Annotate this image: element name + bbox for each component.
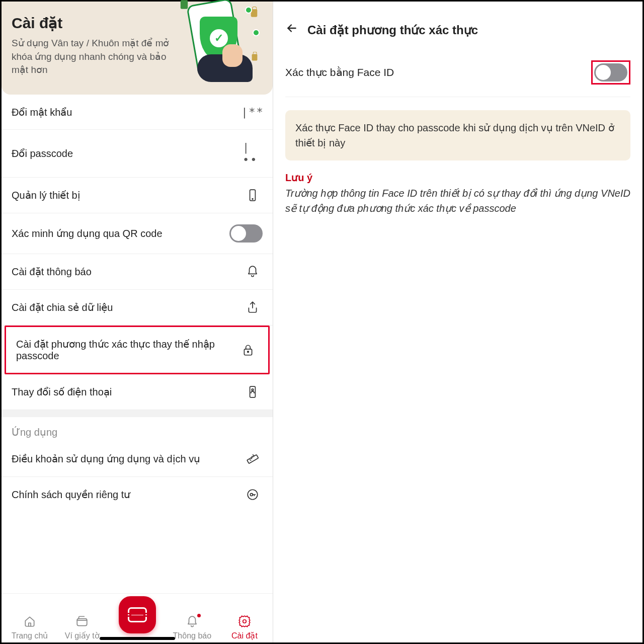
nav-settings[interactable]: Cài đặt — [218, 614, 271, 640]
warning-body: Trường hợp thông tin Face ID trên thiết … — [285, 186, 630, 216]
notification-dot-icon — [196, 613, 202, 618]
key-icon — [243, 488, 263, 501]
svg-point-10 — [243, 620, 247, 623]
home-icon — [22, 614, 37, 629]
highlight-auth-method: Cài đặt phương thức xác thực thay thế nh… — [5, 326, 270, 374]
scan-icon — [128, 607, 147, 622]
row-label: Quản lý thiết bị — [12, 189, 243, 201]
nav-scan[interactable] — [108, 596, 166, 640]
row-label: Thay đổi số điện thoại — [12, 386, 243, 398]
bell-icon — [243, 265, 263, 278]
row-label: Cài đặt phương thức xác thực thay thế nh… — [16, 338, 238, 362]
section-app-label: Ứng dụng — [2, 417, 273, 441]
page-subtitle: Sử dụng Vân tay / Khuôn mặt để mở khóa ứ… — [12, 37, 173, 77]
svg-point-5 — [252, 389, 253, 390]
row-manage-devices[interactable]: Quản lý thiết bị — [2, 178, 273, 213]
svg-point-3 — [248, 351, 249, 352]
nav-label: Thông báo — [173, 631, 212, 640]
detail-header: Cài đặt phương thức xác thực — [273, 2, 642, 48]
faceid-label: Xác thực bằng Face ID — [285, 66, 394, 78]
row-label: Đổi mật khẩu — [12, 106, 243, 118]
phone-icon — [243, 189, 263, 202]
row-label: Chính sách quyền riêng tư — [12, 489, 243, 501]
row-share-data[interactable]: Cài đặt chia sẻ dữ liệu — [2, 290, 273, 326]
settings-header-card: Cài đặt Sử dụng Vân tay / Khuôn mặt để m… — [2, 2, 273, 95]
nav-label: Trang chủ — [12, 631, 48, 640]
svg-rect-9 — [77, 619, 87, 626]
faceid-toggle[interactable] — [594, 63, 627, 82]
phone-number-icon — [243, 385, 263, 398]
lock-icon — [238, 344, 258, 357]
wallet-icon — [74, 614, 90, 629]
scan-button[interactable] — [119, 596, 156, 633]
qr-toggle[interactable] — [229, 224, 263, 243]
row-privacy[interactable]: Chính sách quyền riêng tư — [2, 477, 273, 512]
highlight-faceid-toggle — [591, 60, 630, 85]
passcode-mask-icon: |•• — [243, 141, 263, 166]
nav-label: Cài đặt — [231, 631, 258, 640]
security-illustration: ✓ — [172, 0, 258, 82]
share-icon — [243, 301, 263, 314]
row-auth-method[interactable]: Cài đặt phương thức xác thực thay thế nh… — [6, 327, 268, 373]
svg-rect-4 — [250, 386, 256, 397]
row-label: Điều khoản sử dụng ứng dụng và dịch vụ — [12, 453, 243, 465]
faceid-info-box: Xác thực Face ID thay cho passcode khi s… — [285, 110, 630, 160]
row-change-passcode[interactable]: Đổi passcode |•• — [2, 130, 273, 178]
row-label: Cài đặt chia sẻ dữ liệu — [12, 301, 243, 313]
bell-icon — [185, 614, 200, 629]
row-change-phone[interactable]: Thay đổi số điện thoại — [2, 374, 273, 410]
gear-icon — [237, 614, 252, 629]
row-change-password[interactable]: Đổi mật khẩu |** — [2, 95, 273, 130]
row-faceid-auth: Xác thực bằng Face ID — [285, 48, 630, 97]
home-indicator — [100, 637, 175, 640]
svg-point-1 — [252, 199, 253, 200]
detail-title: Cài đặt phương thức xác thực — [307, 23, 478, 37]
ruler-icon — [243, 452, 263, 465]
nav-home[interactable]: Trang chủ — [4, 614, 56, 640]
warning-title: Lưu ý — [285, 172, 630, 184]
row-label: Cài đặt thông báo — [12, 266, 243, 278]
password-mask-icon: |** — [243, 106, 263, 118]
svg-rect-6 — [247, 455, 259, 463]
back-arrow-icon[interactable] — [285, 22, 298, 38]
row-terms[interactable]: Điều khoản sử dụng ứng dụng và dịch vụ — [2, 441, 273, 477]
row-label: Xác minh ứng dụng qua QR code — [12, 227, 229, 239]
row-notification-settings[interactable]: Cài đặt thông báo — [2, 254, 273, 290]
row-label: Đổi passcode — [12, 147, 243, 159]
bottom-nav: Trang chủ Ví giấy tờ Thông báo — [2, 593, 273, 642]
row-verify-qr[interactable]: Xác minh ứng dụng qua QR code — [2, 213, 273, 254]
nav-label: Ví giấy tờ — [65, 631, 100, 640]
